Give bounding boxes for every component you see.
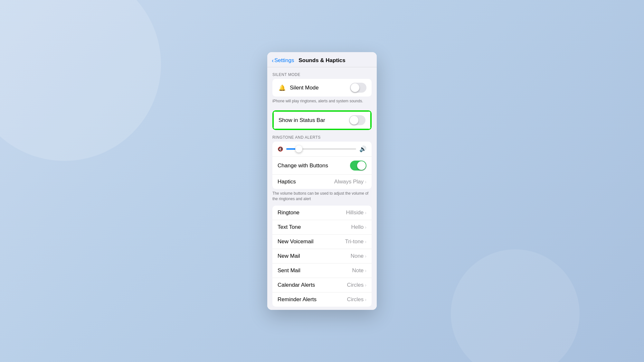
- sent-mail-chevron-icon: ›: [365, 268, 366, 273]
- haptics-label: Haptics: [278, 179, 296, 185]
- change-with-buttons-label: Change with Buttons: [278, 162, 328, 169]
- show-status-bar-row[interactable]: Show in Status Bar: [273, 111, 371, 129]
- change-with-buttons-row[interactable]: Change with Buttons: [272, 157, 372, 175]
- text-tone-label: Text Tone: [278, 224, 301, 230]
- new-voicemail-chevron-icon: ›: [365, 239, 366, 244]
- reminder-alerts-value-text: Circles: [347, 296, 364, 303]
- silent-mode-section-label: SILENT MODE: [267, 67, 377, 79]
- new-mail-row[interactable]: New Mail None ›: [272, 249, 372, 264]
- show-status-bar-label: Show in Status Bar: [279, 117, 325, 124]
- haptics-value: Always Play ›: [334, 179, 366, 185]
- back-button[interactable]: ‹ Settings: [272, 57, 294, 64]
- ringtone-chevron-icon: ›: [365, 210, 366, 215]
- volume-slider-thumb[interactable]: [295, 145, 302, 153]
- calendar-alerts-value: Circles ›: [347, 282, 366, 288]
- volume-high-icon: 🔊: [359, 145, 366, 153]
- show-status-bar-toggle[interactable]: [349, 115, 365, 125]
- haptics-row[interactable]: Haptics Always Play ›: [272, 175, 372, 189]
- silent-mode-left: 🔔 Silent Mode: [278, 83, 319, 92]
- haptics-value-text: Always Play: [334, 179, 364, 185]
- new-mail-label: New Mail: [278, 253, 300, 259]
- new-mail-chevron-icon: ›: [365, 254, 366, 259]
- text-tone-chevron-icon: ›: [365, 225, 366, 230]
- ringtone-note: The volume buttons can be used to adjust…: [267, 189, 377, 206]
- sent-mail-row[interactable]: Sent Mail Note ›: [272, 264, 372, 278]
- back-label: Settings: [274, 57, 294, 64]
- sent-mail-label: Sent Mail: [278, 267, 300, 274]
- volume-low-icon: 🔇: [278, 146, 283, 152]
- silent-mode-note: iPhone will play ringtones, alerts and s…: [267, 97, 377, 108]
- silent-mode-group: 🔔 Silent Mode: [272, 79, 372, 97]
- new-voicemail-label: New Voicemail: [278, 238, 314, 245]
- calendar-alerts-row[interactable]: Calendar Alerts Circles ›: [272, 278, 372, 292]
- new-voicemail-value: Tri-tone ›: [345, 238, 366, 245]
- ringtone-label: Ringtone: [278, 209, 299, 216]
- show-status-bar-toggle-knob: [350, 116, 358, 125]
- new-mail-value: None ›: [351, 253, 366, 259]
- change-with-buttons-toggle[interactable]: [350, 161, 366, 171]
- reminder-alerts-label: Reminder Alerts: [278, 296, 317, 303]
- new-mail-value-text: None: [351, 253, 364, 259]
- silent-mode-toggle-knob: [351, 83, 359, 92]
- sound-options-group: Ringtone Hillside › Text Tone Hello › Ne…: [272, 206, 372, 307]
- sent-mail-value-text: Note: [352, 267, 364, 274]
- new-voicemail-row[interactable]: New Voicemail Tri-tone ›: [272, 235, 372, 249]
- volume-slider-row[interactable]: 🔇 🔊: [272, 142, 372, 157]
- sent-mail-value: Note ›: [352, 267, 366, 274]
- ringtone-row[interactable]: Ringtone Hillside ›: [272, 206, 372, 220]
- text-tone-value-text: Hello: [351, 224, 364, 230]
- page-title: Sounds & Haptics: [298, 57, 345, 64]
- reminder-alerts-row[interactable]: Reminder Alerts Circles ›: [272, 292, 372, 307]
- ringtone-section-label: RINGTONE AND ALERTS: [267, 130, 377, 142]
- text-tone-value: Hello ›: [351, 224, 366, 230]
- ringtone-value-text: Hillside: [346, 209, 364, 216]
- new-voicemail-value-text: Tri-tone: [345, 238, 364, 245]
- change-with-buttons-knob: [357, 161, 366, 170]
- navigation-bar: ‹ Settings Sounds & Haptics: [267, 52, 377, 67]
- haptics-chevron-icon: ›: [365, 179, 366, 184]
- calendar-alerts-chevron-icon: ›: [365, 283, 366, 288]
- show-status-bar-section: Show in Status Bar: [272, 110, 372, 130]
- calendar-alerts-value-text: Circles: [347, 282, 364, 288]
- phone-panel: ‹ Settings Sounds & Haptics SILENT MODE …: [267, 52, 377, 310]
- calendar-alerts-label: Calendar Alerts: [278, 282, 315, 288]
- back-chevron-icon: ‹: [272, 58, 274, 63]
- ringtone-alerts-group: 🔇 🔊 Change with Buttons Haptics Always P…: [272, 142, 372, 189]
- volume-slider-track[interactable]: [286, 148, 356, 150]
- bell-icon: 🔔: [278, 83, 287, 92]
- settings-content: SILENT MODE 🔔 Silent Mode iPhone will pl…: [267, 67, 377, 310]
- silent-mode-row[interactable]: 🔔 Silent Mode: [272, 79, 372, 97]
- silent-mode-toggle[interactable]: [350, 83, 366, 93]
- silent-mode-label: Silent Mode: [290, 85, 319, 91]
- reminder-alerts-value: Circles ›: [347, 296, 366, 303]
- reminder-alerts-chevron-icon: ›: [365, 297, 366, 302]
- text-tone-row[interactable]: Text Tone Hello ›: [272, 220, 372, 235]
- ringtone-value: Hillside ›: [346, 209, 366, 216]
